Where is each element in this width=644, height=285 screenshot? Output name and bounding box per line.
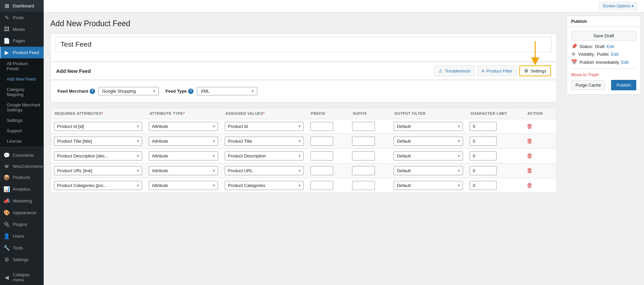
merchant-help-icon[interactable]: ? (90, 89, 95, 94)
assigned-value-1: Product Title (228, 139, 252, 144)
sidebar-item-users[interactable]: 👤 Users (0, 230, 44, 242)
suffix-input-0[interactable] (352, 122, 375, 131)
sidebar-item-analytics[interactable]: 📊 Analytics (0, 183, 44, 195)
suffix-input-2[interactable] (352, 151, 375, 160)
sidebar-item-license[interactable]: License (0, 136, 44, 146)
assigned-value-select-4[interactable]: Product Categories ▾ (225, 181, 303, 190)
assigned-value-select-3[interactable]: Product URL ▾ (225, 166, 303, 175)
prefix-input-3[interactable] (310, 166, 333, 175)
save-draft-button[interactable]: Save Draft (571, 31, 636, 41)
sidebar-item-add-new-feed[interactable]: Add New Feed (0, 74, 44, 84)
sidebar-submenu-product-feed: All Product Feeds Add New Feed Category … (0, 58, 44, 146)
char-limit-input-1[interactable] (470, 137, 497, 146)
sidebar-item-google-merchant[interactable]: Google Merchant Settings (0, 100, 44, 115)
sidebar-item-pages[interactable]: 📄 Pages (0, 35, 44, 47)
output-filter-select-0[interactable]: Default ▾ (394, 122, 463, 131)
col-header-charlimit: CHARACTER LIMIT (466, 108, 523, 119)
assigned-chevron-icon-3: ▾ (299, 169, 301, 173)
required-attr-select-4[interactable]: Product Categories [pro... ▾ (54, 181, 142, 190)
purge-cache-button[interactable]: Purge Cache (571, 80, 605, 90)
merchant-dropdown[interactable]: Google Shopping ▾ (98, 87, 159, 95)
screen-options-button[interactable]: Screen Options ▾ (599, 2, 637, 10)
suffix-input-3[interactable] (352, 166, 375, 175)
cell-prefix-1 (307, 134, 349, 149)
sidebar-item-posts[interactable]: ✎ Posts (0, 12, 44, 23)
sidebar-item-plugins[interactable]: 🔌 Plugins (0, 219, 44, 230)
suffix-input-4[interactable] (352, 181, 375, 190)
sidebar-item-product-feed[interactable]: ▶ Product Feed (0, 47, 44, 58)
delete-row-button-4[interactable]: 🗑 (527, 182, 533, 189)
char-limit-input-2[interactable] (470, 151, 497, 160)
move-to-trash-link[interactable]: Move to Trash (571, 72, 599, 77)
attr-type-select-3[interactable]: Attribute ▾ (149, 166, 218, 175)
visibility-edit-link[interactable]: Edit (611, 52, 618, 57)
assigned-chevron-icon-4: ▾ (299, 183, 301, 188)
prefix-input-2[interactable] (310, 151, 333, 160)
marketing-icon: 📣 (3, 198, 10, 204)
required-attr-select-3[interactable]: Product URL [link] ▾ (54, 166, 142, 175)
sidebar-label-global-settings: Settings (13, 257, 29, 262)
sidebar-item-support[interactable]: Support (0, 126, 44, 136)
delete-row-button-3[interactable]: 🗑 (527, 167, 533, 174)
char-limit-input-0[interactable] (470, 122, 497, 131)
output-filter-select-3[interactable]: Default ▾ (394, 166, 463, 175)
sidebar-item-all-feeds[interactable]: All Product Feeds (0, 58, 44, 74)
output-filter-select-1[interactable]: Default ▾ (394, 137, 463, 146)
delete-row-button-2[interactable]: 🗑 (527, 152, 533, 159)
assigned-value-select-2[interactable]: Product Description ▾ (225, 151, 303, 160)
tab-product-filter[interactable]: ≡ Product Filter (477, 65, 517, 76)
output-filter-select-2[interactable]: Default ▾ (394, 151, 463, 160)
prefix-input-0[interactable] (310, 122, 333, 131)
char-limit-input-4[interactable] (470, 181, 497, 190)
sidebar-item-marketing[interactable]: 📣 Marketing (0, 195, 44, 207)
tab-troubleshoot[interactable]: ⚠ Troubleshoot (434, 65, 474, 76)
attr-type-select-2[interactable]: Attribute ▾ (149, 151, 218, 160)
attr-type-select-4[interactable]: Attribute ▾ (149, 181, 218, 190)
tab-settings[interactable]: ⚙ Settings (519, 65, 551, 76)
char-limit-input-3[interactable] (470, 166, 497, 175)
feed-type-dropdown[interactable]: XML ▾ (197, 87, 257, 95)
sidebar-item-appearance[interactable]: 🎨 Appearance (0, 207, 44, 219)
cell-type-4: Attribute ▾ (145, 178, 221, 193)
attr-type-value-1: Attribute (152, 139, 168, 144)
output-filter-select-4[interactable]: Default ▾ (394, 181, 463, 190)
prefix-input-4[interactable] (310, 181, 333, 190)
required-attr-select-2[interactable]: Product Description [des... ▾ (54, 151, 142, 160)
attr-type-select-0[interactable]: Attribute ▾ (149, 122, 218, 131)
sidebar-item-woocommerce[interactable]: W WooCommerce (0, 161, 44, 172)
sidebar-item-tools[interactable]: 🔧 Tools (0, 242, 44, 254)
prefix-input-1[interactable] (310, 137, 333, 146)
sidebar-label-products: Products (13, 175, 30, 180)
required-attr-select-0[interactable]: Product Id [id] ▾ (54, 122, 142, 131)
products-icon: 📦 (3, 174, 10, 181)
feed-type-help-icon[interactable]: ? (188, 89, 194, 94)
arrow-annotation (529, 41, 541, 65)
sidebar-label-media: Media (13, 27, 25, 32)
attr-type-select-1[interactable]: Attribute ▾ (149, 137, 218, 146)
assigned-value-select-0[interactable]: Product Id ▾ (225, 122, 303, 131)
sidebar-item-comments[interactable]: 💬 Comments (0, 149, 44, 161)
status-edit-link[interactable]: Edit (607, 44, 614, 49)
sidebar-item-dashboard[interactable]: ⊞ Dashboard (0, 0, 44, 12)
cell-type-1: Attribute ▾ (145, 134, 221, 149)
delete-row-button-0[interactable]: 🗑 (527, 123, 533, 130)
sidebar-item-collapse[interactable]: ◀ Collapse menu (0, 270, 44, 285)
assigned-value-select-1[interactable]: Product Title ▾ (225, 137, 303, 146)
users-icon: 👤 (3, 233, 10, 239)
delete-row-button-1[interactable]: 🗑 (527, 138, 533, 144)
topbar: Screen Options ▾ (44, 0, 644, 12)
col-header-required: REQUIRED ATTRIBUTES* (51, 108, 146, 119)
sidebar-item-category-mapping[interactable]: Category Mapping (0, 84, 44, 100)
assigned-chevron-icon-0: ▾ (299, 124, 301, 129)
publish-edit-link[interactable]: Edit (621, 60, 629, 65)
sidebar-item-products[interactable]: 📦 Products (0, 172, 44, 183)
required-attr-select-1[interactable]: Product Title [title] ▾ (54, 137, 142, 146)
publish-button[interactable]: Publish (611, 80, 636, 90)
required-chevron-icon-0: ▾ (137, 124, 139, 129)
visibility-label: Visibility: (578, 52, 595, 57)
sidebar-item-global-settings[interactable]: ⚙ Settings (0, 254, 44, 266)
suffix-input-1[interactable] (352, 137, 375, 146)
sidebar-item-media[interactable]: 🖼 Media (0, 23, 44, 35)
visibility-value: Public (597, 52, 609, 57)
sidebar-item-settings[interactable]: Settings (0, 115, 44, 126)
